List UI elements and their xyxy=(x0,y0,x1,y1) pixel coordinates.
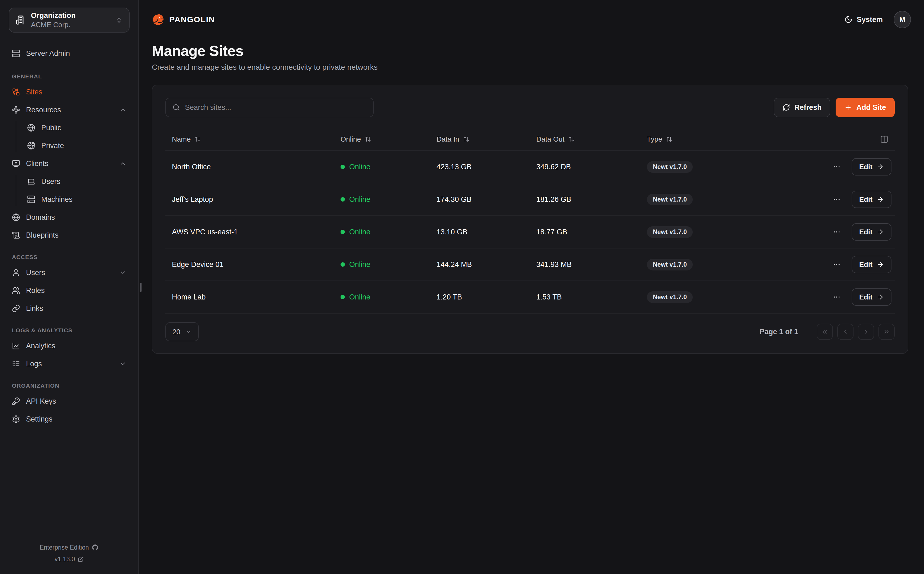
ellipsis-icon xyxy=(833,293,841,301)
site-status: Online xyxy=(334,293,430,301)
chevrons-up-down-icon xyxy=(115,17,123,24)
sidebar-item-label: Logs xyxy=(26,360,113,368)
column-label: Data Out xyxy=(536,135,564,144)
columns-icon[interactable] xyxy=(880,135,888,143)
topbar-right: System M xyxy=(844,11,911,28)
search-icon xyxy=(173,104,180,111)
row-menu-button[interactable] xyxy=(830,258,843,271)
section-label-access: ACCESS xyxy=(12,254,126,260)
sidebar-item-clients[interactable]: Clients xyxy=(9,155,130,172)
row-menu-button[interactable] xyxy=(830,193,843,206)
users-icon xyxy=(12,287,20,295)
site-name: Jeff's Laptop xyxy=(165,195,334,204)
sidebar-item-label: Blueprints xyxy=(26,231,126,240)
sidebar-item-roles[interactable]: Roles xyxy=(9,282,130,300)
org-switcher[interactable]: Organization ACME Corp. xyxy=(9,8,130,33)
site-data-out: 181.26 GB xyxy=(530,195,640,204)
ellipsis-icon xyxy=(833,228,841,236)
row-menu-button[interactable] xyxy=(830,226,843,238)
site-name: Home Lab xyxy=(165,293,334,301)
status-label: Online xyxy=(349,260,370,269)
theme-label: System xyxy=(857,16,883,24)
column-header-type[interactable]: Type xyxy=(640,135,778,144)
sidebar-item-machines[interactable]: Machines xyxy=(22,191,130,208)
refresh-button[interactable]: Refresh xyxy=(774,98,830,117)
online-dot xyxy=(341,295,345,299)
link-icon xyxy=(12,304,20,312)
sidebar-item-users[interactable]: Users xyxy=(9,264,130,282)
section-label-organization: ORGANIZATION xyxy=(12,383,126,389)
column-header-online[interactable]: Online xyxy=(334,135,430,144)
sort-icon xyxy=(568,136,575,142)
site-data-out: 349.62 DB xyxy=(530,163,640,171)
page-info: Page 1 of 1 xyxy=(759,328,798,336)
page-size-select[interactable]: 20 xyxy=(165,322,199,341)
server-icon xyxy=(27,195,35,203)
add-site-label: Add Site xyxy=(856,103,886,112)
sidebar-footer: Enterprise Edition v1.13.0 xyxy=(9,542,130,565)
sidebar-item-private[interactable]: Private xyxy=(22,137,130,155)
logs-icon xyxy=(12,360,20,368)
globe-icon xyxy=(27,124,35,132)
chevron-up-icon xyxy=(119,106,126,114)
theme-toggle[interactable]: System xyxy=(844,16,883,24)
clients-subgroup: Users Machines xyxy=(9,172,130,208)
sidebar-item-server-admin[interactable]: Server Admin xyxy=(9,44,130,62)
edit-button[interactable]: Edit xyxy=(852,289,891,306)
sidebar-item-logs[interactable]: Logs xyxy=(9,355,130,373)
page-size-value: 20 xyxy=(173,328,180,336)
first-page-button[interactable] xyxy=(817,323,833,340)
external-link-icon[interactable] xyxy=(78,557,84,562)
next-page-button[interactable] xyxy=(858,323,874,340)
edit-button[interactable]: Edit xyxy=(852,158,891,175)
row-actions: Edit xyxy=(778,289,895,306)
sites-icon xyxy=(12,88,20,96)
sidebar-item-label: Links xyxy=(26,304,126,313)
sidebar-item-api-keys[interactable]: API Keys xyxy=(9,392,130,410)
last-page-button[interactable] xyxy=(878,323,895,340)
sidebar-item-client-users[interactable]: Users xyxy=(22,172,130,191)
app-root: Organization ACME Corp. Server Admin GEN… xyxy=(0,0,924,574)
search-input[interactable] xyxy=(185,103,366,112)
ellipsis-icon xyxy=(833,260,841,268)
column-label: Online xyxy=(341,135,361,144)
sidebar-item-blueprints[interactable]: Blueprints xyxy=(9,226,130,244)
site-type-cell: Newt v1.7.0 xyxy=(640,259,778,270)
sidebar-item-sites[interactable]: Sites xyxy=(9,83,130,101)
column-header-name[interactable]: Name xyxy=(165,135,334,144)
column-header-data-out[interactable]: Data Out xyxy=(530,135,640,144)
avatar[interactable]: M xyxy=(894,11,911,28)
monitor-up-icon xyxy=(12,159,20,168)
column-header-data-in[interactable]: Data In xyxy=(430,135,530,144)
edit-button[interactable]: Edit xyxy=(852,191,891,208)
site-name: AWS VPC us-east-1 xyxy=(165,228,334,236)
site-type-badge: Newt v1.7.0 xyxy=(647,259,693,270)
row-menu-button[interactable] xyxy=(830,161,843,173)
sidebar-item-analytics[interactable]: Analytics xyxy=(9,337,130,355)
sidebar-item-label: Analytics xyxy=(26,342,126,350)
sidebar-item-resources[interactable]: Resources xyxy=(9,101,130,119)
sidebar-item-links[interactable]: Links xyxy=(9,300,130,317)
arrow-right-icon xyxy=(877,261,884,268)
org-label: Organization xyxy=(31,11,110,20)
online-dot xyxy=(341,197,345,202)
globe-lock-icon xyxy=(27,142,35,150)
sidebar-item-domains[interactable]: Domains xyxy=(9,208,130,226)
column-label: Data In xyxy=(437,135,459,144)
sidebar-item-settings[interactable]: Settings xyxy=(9,410,130,428)
online-dot xyxy=(341,262,345,266)
edit-button[interactable]: Edit xyxy=(852,256,891,273)
brand[interactable]: PANGOLIN xyxy=(152,13,215,26)
previous-page-button[interactable] xyxy=(837,323,853,340)
row-menu-button[interactable] xyxy=(830,291,843,303)
version-label: v1.13.0 xyxy=(55,554,75,565)
key-icon xyxy=(12,397,20,405)
brand-name: PANGOLIN xyxy=(169,15,215,24)
add-site-button[interactable]: Add Site xyxy=(836,98,895,117)
pagination-buttons xyxy=(817,323,895,340)
edit-button[interactable]: Edit xyxy=(852,223,891,241)
page-subtitle: Create and manage sites to enable connec… xyxy=(152,63,911,72)
github-icon[interactable] xyxy=(92,544,99,551)
sidebar-item-label: Resources xyxy=(26,106,113,114)
sidebar-item-public[interactable]: Public xyxy=(22,119,130,137)
